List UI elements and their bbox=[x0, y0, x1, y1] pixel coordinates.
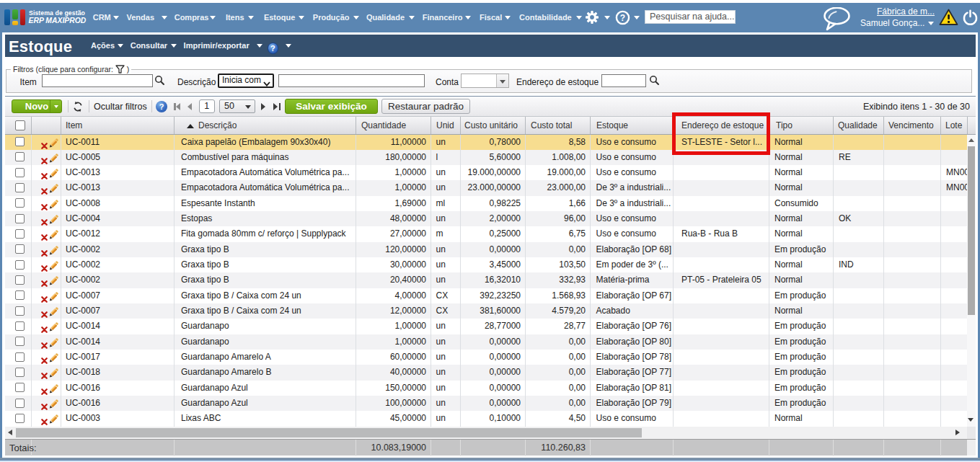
svg-text:?: ? bbox=[620, 13, 625, 23]
